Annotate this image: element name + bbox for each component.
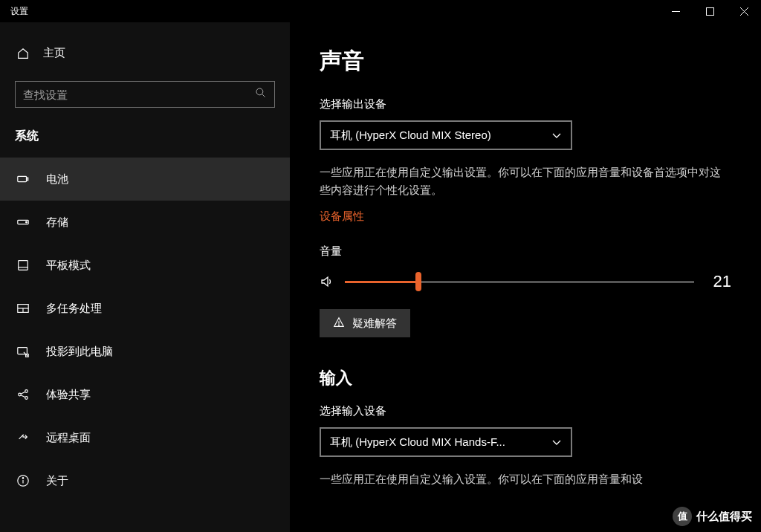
sidebar-item-project[interactable]: 投影到此电脑 — [0, 330, 290, 373]
input-device-selected: 耳机 (HyperX Cloud MIX Hands-F... — [330, 435, 505, 450]
maximize-button[interactable] — [693, 0, 727, 22]
watermark-text: 什么值得买 — [696, 510, 752, 524]
warning-icon — [333, 317, 345, 331]
search-box[interactable] — [15, 81, 275, 108]
output-device-label: 选择输出设备 — [320, 97, 731, 111]
chevron-down-icon — [551, 130, 562, 140]
svg-rect-1 — [706, 7, 713, 15]
battery-icon — [16, 172, 30, 186]
window-title: 设置 — [0, 5, 28, 18]
search-input[interactable] — [23, 88, 255, 101]
project-icon — [16, 345, 30, 358]
volume-value: 21 — [705, 272, 731, 291]
sidebar-item-label: 多任务处理 — [46, 302, 102, 316]
share-icon — [16, 388, 30, 401]
svg-point-17 — [19, 393, 22, 396]
multitask-icon — [16, 302, 30, 315]
main-panel: 声音 选择输出设备 耳机 (HyperX Cloud MIX Stereo) 一… — [290, 22, 761, 532]
tablet-icon — [16, 259, 30, 272]
about-icon — [16, 474, 30, 487]
svg-point-26 — [338, 325, 339, 325]
sidebar-item-share[interactable]: 体验共享 — [0, 373, 290, 416]
output-description: 一些应用正在使用自定义输出设置。你可以在下面的应用音量和设备首选项中对这些内容进… — [320, 163, 731, 199]
sidebar: 主页 系统 电池存储平板模式多任务处理投影到此电脑体验共享远程桌面关于 — [0, 22, 290, 532]
output-device-selected: 耳机 (HyperX Cloud MIX Stereo) — [330, 129, 491, 143]
svg-point-18 — [25, 390, 28, 393]
sidebar-item-storage[interactable]: 存储 — [0, 201, 290, 244]
volume-label: 音量 — [320, 244, 731, 259]
speaker-icon[interactable] — [320, 274, 334, 289]
input-device-label: 选择输入设备 — [320, 404, 731, 418]
volume-slider[interactable] — [345, 274, 694, 289]
sidebar-item-label: 存储 — [46, 215, 68, 230]
home-link[interactable]: 主页 — [0, 37, 290, 69]
page-title: 声音 — [320, 46, 731, 77]
sidebar-item-label: 远程桌面 — [46, 431, 91, 445]
input-device-dropdown[interactable]: 耳机 (HyperX Cloud MIX Hands-F... — [320, 427, 572, 457]
output-device-dropdown[interactable]: 耳机 (HyperX Cloud MIX Stereo) — [320, 120, 572, 150]
storage-icon — [16, 215, 30, 229]
troubleshoot-button[interactable]: 疑难解答 — [320, 309, 410, 337]
sidebar-item-tablet[interactable]: 平板模式 — [0, 244, 290, 287]
sidebar-item-label: 平板模式 — [46, 259, 91, 273]
close-button[interactable] — [727, 0, 761, 22]
sidebar-item-label: 关于 — [46, 474, 68, 488]
svg-point-9 — [26, 221, 27, 223]
troubleshoot-label: 疑难解答 — [352, 317, 397, 331]
sidebar-item-remote[interactable]: 远程桌面 — [0, 416, 290, 459]
sidebar-item-multitask[interactable]: 多任务处理 — [0, 287, 290, 330]
remote-icon — [16, 431, 30, 444]
home-icon — [16, 47, 30, 60]
svg-point-24 — [22, 478, 23, 479]
sidebar-item-label: 体验共享 — [46, 388, 91, 402]
input-description: 一些应用正在使用自定义输入设置。你可以在下面的应用音量和设 — [320, 470, 731, 488]
minimize-button[interactable] — [658, 0, 693, 22]
svg-line-5 — [262, 94, 265, 97]
svg-point-19 — [25, 397, 28, 400]
sidebar-item-battery[interactable]: 电池 — [0, 158, 290, 201]
slider-thumb[interactable] — [415, 272, 421, 291]
sidebar-item-label: 投影到此电脑 — [46, 345, 113, 359]
watermark: 值 什么值得买 — [673, 507, 752, 526]
sidebar-item-label: 电池 — [46, 172, 68, 186]
svg-rect-7 — [27, 178, 28, 181]
input-heading: 输入 — [320, 367, 731, 389]
watermark-badge: 值 — [673, 507, 692, 526]
sidebar-section-title: 系统 — [0, 121, 290, 158]
title-bar: 设置 — [0, 0, 761, 22]
svg-line-20 — [21, 392, 25, 394]
home-label: 主页 — [43, 46, 65, 60]
sidebar-item-about[interactable]: 关于 — [0, 459, 290, 502]
svg-rect-15 — [18, 348, 27, 354]
svg-rect-10 — [19, 261, 28, 270]
device-properties-link[interactable]: 设备属性 — [320, 210, 731, 224]
svg-rect-6 — [18, 176, 27, 181]
search-icon — [255, 87, 267, 102]
svg-line-21 — [21, 395, 25, 398]
svg-point-4 — [256, 88, 263, 95]
chevron-down-icon — [551, 437, 562, 447]
